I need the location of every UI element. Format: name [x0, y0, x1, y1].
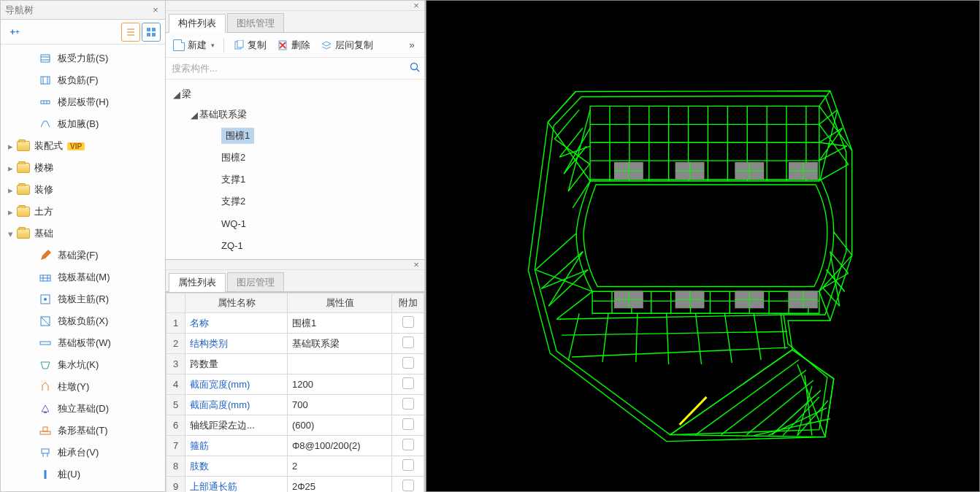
nav-folder[interactable]: 装配式VIP: [1, 135, 165, 157]
nav-item[interactable]: 桩承台(V): [1, 442, 165, 464]
nav-item[interactable]: 桩(U): [1, 464, 165, 485]
nav-folder[interactable]: 装修: [1, 179, 165, 201]
property-value[interactable]: Φ8@100/200(2): [288, 436, 392, 456]
nav-folder[interactable]: 楼梯: [1, 157, 165, 179]
chevron-icon: [5, 163, 15, 174]
property-extra[interactable]: [392, 477, 424, 493]
nav-item[interactable]: 板负筋(F): [1, 69, 165, 91]
tree-group-foundation-tie-beam[interactable]: ◢基础联系梁: [166, 104, 424, 125]
property-row[interactable]: 4截面宽度(mm)1200: [166, 374, 424, 395]
checkbox[interactable]: [402, 439, 414, 450]
property-extra[interactable]: [392, 374, 424, 395]
property-name[interactable]: 跨数量: [185, 354, 288, 374]
property-row[interactable]: 5截面高度(mm)700: [166, 395, 424, 415]
component-tree[interactable]: ◢梁 ◢基础联系梁 围檩1围檩2支撑1支撑2WQ-1ZQ-1: [166, 80, 424, 259]
close-icon[interactable]: ×: [411, 0, 421, 11]
tab-component-list[interactable]: 构件列表: [169, 14, 226, 33]
component-item[interactable]: 围檩2: [166, 147, 424, 169]
svg-rect-26: [40, 431, 50, 434]
component-item[interactable]: WQ-1: [166, 212, 424, 234]
nav-toolbar: ++: [1, 20, 165, 45]
delete-button[interactable]: 删除: [272, 36, 315, 55]
tree-root-beam[interactable]: ◢梁: [166, 84, 424, 104]
nav-item[interactable]: 柱墩(Y): [1, 376, 165, 398]
list-view-icon[interactable]: [121, 23, 140, 42]
property-value[interactable]: 1200: [288, 374, 392, 395]
nav-item[interactable]: 板受力筋(S): [1, 47, 165, 69]
property-value[interactable]: 围檩1: [288, 313, 392, 334]
model-viewport[interactable]: [426, 0, 980, 492]
property-row[interactable]: 7箍筋Φ8@100/200(2): [166, 436, 424, 456]
component-item[interactable]: 围檩1: [166, 125, 424, 147]
checkbox[interactable]: [402, 418, 414, 430]
property-value[interactable]: 700: [288, 395, 392, 415]
new-button[interactable]: 新建 ▾: [169, 36, 219, 55]
property-value[interactable]: (600): [288, 415, 392, 436]
close-icon[interactable]: ×: [411, 259, 421, 270]
property-value[interactable]: 基础联系梁: [288, 334, 392, 354]
property-value[interactable]: 2Φ25: [288, 477, 392, 493]
property-name[interactable]: 上部通长筋: [185, 477, 288, 493]
copy-button[interactable]: 复制: [229, 36, 271, 55]
property-row[interactable]: 6轴线距梁左边...(600): [166, 415, 424, 436]
checkbox[interactable]: [402, 459, 414, 471]
floor-copy-button[interactable]: 层间复制: [316, 36, 378, 55]
nav-folder[interactable]: 土方: [1, 201, 165, 223]
property-extra[interactable]: [392, 313, 424, 334]
property-row[interactable]: 1名称围檩1: [166, 313, 424, 334]
col-rownum: [166, 293, 185, 313]
property-row[interactable]: 9上部通长筋2Φ25: [166, 477, 424, 493]
nav-item[interactable]: 筏板基础(M): [1, 266, 165, 288]
property-name[interactable]: 结构类别: [185, 334, 288, 354]
nav-item[interactable]: 筏板负筋(X): [1, 310, 165, 332]
property-value[interactable]: [288, 354, 392, 374]
property-name[interactable]: 箍筋: [185, 436, 288, 456]
property-row[interactable]: 8肢数2: [166, 456, 424, 477]
checkbox[interactable]: [402, 480, 414, 491]
nav-item[interactable]: 楼层板带(H): [1, 91, 165, 113]
nav-item[interactable]: 基础板带(W): [1, 332, 165, 354]
nav-item[interactable]: 筏板主筋(R): [1, 288, 165, 310]
property-extra[interactable]: [392, 436, 424, 456]
nav-tree[interactable]: 板受力筋(S)板负筋(F)楼层板带(H)板加腋(B) 装配式VIP楼梯装修土方基…: [1, 45, 165, 491]
add-icon[interactable]: ++: [5, 23, 24, 42]
col-value: 属性值: [288, 293, 392, 313]
property-name[interactable]: 名称: [185, 313, 288, 334]
checkbox[interactable]: [402, 337, 414, 348]
property-value[interactable]: 2: [288, 456, 392, 477]
property-extra[interactable]: [392, 354, 424, 374]
property-extra[interactable]: [392, 334, 424, 354]
property-extra[interactable]: [392, 456, 424, 477]
tab-layer-manage[interactable]: 图层管理: [227, 272, 284, 291]
tab-drawing-manage[interactable]: 图纸管理: [227, 13, 284, 32]
nav-item[interactable]: 板加腋(B): [1, 113, 165, 135]
nav-item[interactable]: 基础梁(F): [1, 245, 165, 266]
nav-folder[interactable]: 基础: [1, 223, 165, 245]
property-table-wrap[interactable]: 属性名称 属性值 附加 1名称围檩12结构类别基础联系梁3跨数量4截面宽度(mm…: [166, 292, 424, 492]
more-menu-icon[interactable]: »: [402, 36, 421, 55]
component-item[interactable]: 支撑2: [166, 191, 424, 212]
pier-icon: [39, 380, 52, 393]
component-item[interactable]: 支撑1: [166, 169, 424, 191]
property-extra[interactable]: [392, 415, 424, 436]
property-extra[interactable]: [392, 395, 424, 415]
component-item[interactable]: ZQ-1: [166, 234, 424, 256]
tab-property-list[interactable]: 属性列表: [169, 273, 226, 292]
property-name[interactable]: 轴线距梁左边...: [185, 415, 288, 436]
search-icon[interactable]: [410, 62, 420, 74]
property-row[interactable]: 2结构类别基础联系梁: [166, 334, 424, 354]
search-input[interactable]: [170, 62, 410, 74]
property-name[interactable]: 肢数: [185, 456, 288, 477]
close-icon[interactable]: ×: [150, 4, 161, 15]
checkbox[interactable]: [402, 377, 414, 389]
nav-item[interactable]: 条形基础(T): [1, 420, 165, 442]
nav-item[interactable]: 独立基础(D): [1, 398, 165, 420]
property-name[interactable]: 截面宽度(mm): [185, 374, 288, 395]
property-name[interactable]: 截面高度(mm): [185, 395, 288, 415]
grid-view-icon[interactable]: [142, 23, 161, 42]
checkbox[interactable]: [402, 357, 414, 369]
property-row[interactable]: 3跨数量: [166, 354, 424, 374]
checkbox[interactable]: [402, 316, 414, 328]
checkbox[interactable]: [402, 398, 414, 410]
nav-item[interactable]: 集水坑(K): [1, 354, 165, 376]
